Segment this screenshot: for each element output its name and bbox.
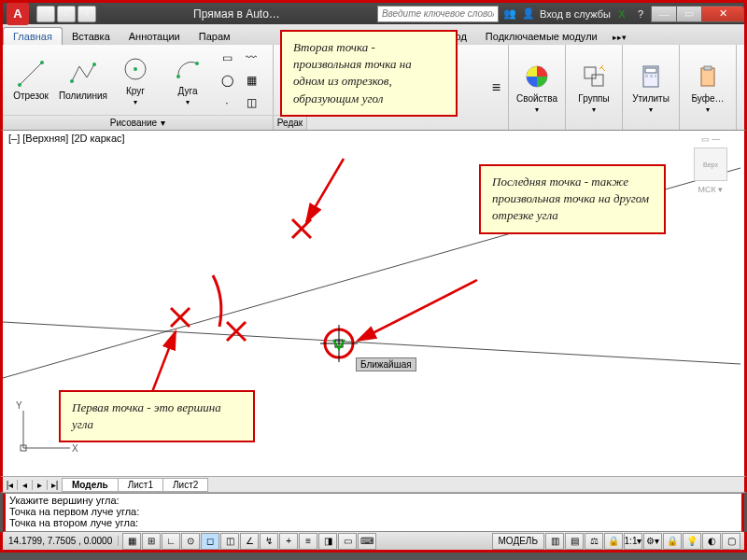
viewcube-min-icon[interactable]: ▭ — — [701, 134, 721, 144]
groups-label: Группы — [578, 93, 609, 104]
svg-rect-16 — [655, 75, 656, 77]
tab-plugins[interactable]: Подключаемые модули — [476, 28, 607, 45]
svg-rect-13 — [645, 68, 656, 73]
toolbar-lock-icon[interactable]: 🔒 — [663, 533, 682, 550]
tab-overflow-icon[interactable]: ▸▸▾ — [607, 30, 632, 45]
3dosnap-icon[interactable]: ◫ — [220, 533, 239, 550]
ellipse-icon[interactable]: ◯ — [216, 70, 238, 91]
tab-insert[interactable]: Вставка — [63, 28, 120, 45]
workspace-icon[interactable]: ⚙▾ — [643, 533, 662, 550]
clipboard-label: Буфе… — [691, 93, 724, 104]
svg-point-4 — [92, 63, 96, 66]
title-bar: A ▭ ▸ ▾ Прямая в Auto… 👥 👤 Вход в службы… — [0, 0, 747, 24]
circle-icon — [120, 54, 150, 84]
hatch-icon[interactable]: ▦ — [240, 70, 262, 91]
quickview-layouts-icon[interactable]: ▥ — [545, 533, 564, 550]
transparency-icon[interactable]: ◨ — [318, 533, 337, 550]
app-logo-icon[interactable]: A — [7, 3, 29, 25]
qp-icon[interactable]: ▭ — [338, 533, 357, 550]
search-input[interactable] — [377, 6, 499, 22]
annoscale-lock-icon[interactable]: 🔒 — [604, 533, 623, 550]
tab-home[interactable]: Главная — [3, 27, 63, 45]
lineweight-icon[interactable]: ≡ — [299, 533, 317, 550]
open-icon[interactable]: ▸ — [57, 6, 76, 22]
groups-button[interactable]: Группы▾ — [570, 62, 618, 114]
modify-title[interactable]: Редак — [274, 115, 306, 130]
svg-point-3 — [70, 79, 74, 83]
sc-icon[interactable]: ⌨ — [358, 533, 376, 550]
signin-icon[interactable]: 👤 — [521, 7, 536, 21]
polyline-button[interactable]: Полилиния — [59, 59, 107, 101]
tab-parametric[interactable]: Парам — [190, 28, 240, 45]
svg-rect-10 — [585, 67, 596, 78]
sheet-prev-icon[interactable]: ◂ — [18, 480, 33, 490]
coordinates-readout[interactable]: 14.1799, 7.7505 , 0.0000 — [3, 536, 119, 546]
rectangle-icon[interactable]: ▭ — [216, 48, 238, 68]
annoscale-add-icon[interactable]: 1:1▾ — [624, 533, 642, 550]
clean-screen-icon[interactable]: ▢ — [722, 533, 740, 550]
cmd-prompt-line: Точка на втором луче угла: — [9, 517, 738, 528]
sheet-first-icon[interactable]: |◂ — [3, 480, 18, 490]
svg-text:Y: Y — [16, 400, 22, 411]
close-button[interactable]: ✕ — [701, 6, 744, 22]
grid-icon[interactable]: ⊞ — [142, 533, 161, 550]
utilities-button[interactable]: Утилиты▾ — [627, 62, 675, 114]
note-last-point: Последняя точка - также произвольная точ… — [479, 164, 666, 234]
quick-access-toolbar: ▭ ▸ ▾ — [36, 6, 96, 22]
svg-line-31 — [306, 159, 344, 222]
otrack-icon[interactable]: ∠ — [240, 533, 259, 550]
maximize-button[interactable]: ▭ — [676, 6, 702, 22]
circle-button[interactable]: Круг▾ — [111, 54, 160, 106]
layers-icon: ≡ — [492, 79, 500, 96]
layout-tabs: |◂ ◂ ▸ ▸| Модель Лист1 Лист2 — [0, 476, 747, 493]
ducs-icon[interactable]: ↯ — [260, 533, 278, 550]
polar-icon[interactable]: ⊙ — [181, 533, 200, 550]
svg-point-2 — [40, 61, 44, 64]
layout-tab-sheet1[interactable]: Лист1 — [118, 478, 163, 492]
hardware-accel-icon[interactable]: 💡 — [683, 533, 701, 550]
sheet-last-icon[interactable]: ▸| — [48, 480, 63, 490]
window-buttons: — ▭ ✕ — [652, 6, 744, 22]
snap-icon[interactable]: ▦ — [122, 533, 141, 550]
point-icon[interactable]: · — [216, 92, 238, 113]
qat-dropdown-icon[interactable]: ▾ — [78, 6, 96, 22]
panel-layers-collapsed[interactable]: ≡ — [485, 45, 509, 130]
sheet-next-icon[interactable]: ▸ — [33, 480, 48, 490]
chevron-down-icon: ▾ — [161, 118, 165, 128]
region-icon[interactable]: ◫ — [240, 92, 262, 113]
new-icon[interactable]: ▭ — [36, 6, 55, 22]
model-space-button[interactable]: МОДЕЛЬ — [492, 533, 544, 550]
quickview-drawings-icon[interactable]: ▤ — [565, 533, 584, 550]
tab-annotate[interactable]: Аннотации — [120, 28, 190, 45]
help-icon[interactable]: ? — [633, 7, 648, 21]
view-cube[interactable]: Верх — [694, 147, 727, 181]
exchange-icon[interactable]: X — [614, 7, 629, 21]
svg-point-1 — [18, 83, 21, 87]
cmd-history-line: Точка на первом луче угла: — [9, 506, 738, 517]
panel-draw-title[interactable]: Рисование ▾ — [3, 115, 273, 130]
clipboard-button[interactable]: Буфе…▾ — [684, 62, 732, 114]
drawing-canvas[interactable]: [–] [Верхняя] [2D каркас] — [0, 131, 747, 476]
line-button[interactable]: Отрезок — [7, 59, 55, 101]
ortho-icon[interactable]: ∟ — [162, 533, 180, 550]
spline-icon[interactable]: 〰 — [240, 48, 262, 68]
properties-button[interactable]: Свойства▾ — [513, 62, 561, 114]
wcs-label[interactable]: МСК ▾ — [698, 185, 724, 194]
panel-properties: Свойства▾ — [509, 45, 566, 130]
svg-rect-18 — [704, 66, 712, 70]
navigation-tools: ▭ — Верх МСК ▾ — [683, 134, 739, 194]
status-bar: 14.1799, 7.7505 , 0.0000 ▦ ⊞ ∟ ⊙ ◻ ◫ ∠ ↯… — [0, 532, 747, 553]
minimize-button[interactable]: — — [651, 6, 677, 22]
command-line[interactable]: Укажите вершину угла: Точка на первом лу… — [3, 493, 744, 532]
signin-label[interactable]: Вход в службы — [540, 8, 611, 20]
isolate-icon[interactable]: ◐ — [702, 533, 721, 550]
layout-tab-model[interactable]: Модель — [62, 478, 119, 492]
arc-button[interactable]: Дуга▾ — [163, 54, 212, 106]
osnap-icon[interactable]: ◻ — [201, 533, 219, 550]
layout-tab-sheet2[interactable]: Лист2 — [162, 478, 208, 492]
panel-draw: Отрезок Полилиния Круг▾ Дуга▾ ▭ 〰 ◯ ▦ · … — [3, 45, 274, 130]
utilities-label: Утилиты — [632, 93, 669, 104]
annoscale-icon[interactable]: ⚖ — [585, 533, 603, 550]
infocenter-icon[interactable]: 👥 — [502, 7, 517, 21]
dyn-icon[interactable]: + — [279, 533, 298, 550]
